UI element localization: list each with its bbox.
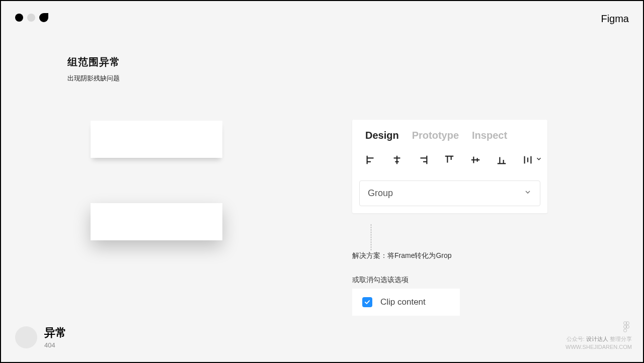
align-vcenter-button[interactable] (470, 154, 481, 165)
watermark-prefix: 公众号: (567, 336, 585, 342)
distribute-button[interactable] (522, 154, 542, 165)
clip-content-checkbox[interactable] (362, 297, 372, 307)
align-top-button[interactable] (444, 154, 455, 165)
dot-icon (27, 14, 35, 22)
footer-title: 异常 (44, 325, 66, 340)
alignment-row (352, 142, 547, 174)
watermark: 公众号: 设计达人 整理分享 WWW.SHEJIDAREN.COM (566, 321, 632, 351)
watermark-url: WWW.SHEJIDAREN.COM (566, 343, 632, 351)
select-value: Group (368, 188, 393, 199)
align-hcenter-button[interactable] (391, 154, 403, 165)
avatar-placeholder-icon (15, 326, 37, 348)
footer-code: 404 (44, 341, 66, 349)
tab-prototype[interactable]: Prototype (412, 130, 459, 141)
tab-design[interactable]: Design (365, 130, 399, 141)
align-right-button[interactable] (418, 154, 429, 165)
panel-tabs: Design Prototype Inspect (352, 120, 547, 142)
page-title: 组范围异常 (67, 55, 120, 69)
connector-line (371, 224, 371, 250)
svg-point-25 (624, 329, 627, 332)
window-dots (15, 13, 48, 22)
brand-label: Figma (601, 13, 629, 25)
inspector-panel: Design Prototype Inspect (352, 120, 547, 213)
example-card-clipped-shadow (91, 121, 222, 158)
dot-icon (15, 14, 23, 22)
leaf-icon (39, 13, 48, 22)
chevron-down-icon (524, 188, 532, 199)
footer-badge: 异常 404 (15, 325, 66, 349)
hint-solution: 解决方案：将Frame转化为Grop (352, 251, 452, 260)
align-left-button[interactable] (365, 154, 376, 165)
watermark-strong: 设计达人 (586, 336, 608, 342)
align-bottom-button[interactable] (496, 154, 507, 165)
example-card-full-shadow (91, 203, 222, 240)
clip-content-label: Clip content (380, 297, 426, 307)
clip-content-option: Clip content (352, 289, 460, 316)
page-subtitle: 出现阴影残缺问题 (67, 74, 120, 83)
hint-or-uncheck: 或取消勾选该选项 (352, 276, 409, 285)
page-heading: 组范围异常 出现阴影残缺问题 (67, 55, 120, 83)
frame-type-select[interactable]: Group (359, 180, 540, 206)
tab-inspect[interactable]: Inspect (472, 130, 507, 141)
watermark-suffix: 整理分享 (610, 336, 632, 342)
chevron-down-icon (535, 155, 542, 164)
figma-logo-icon (621, 321, 632, 334)
